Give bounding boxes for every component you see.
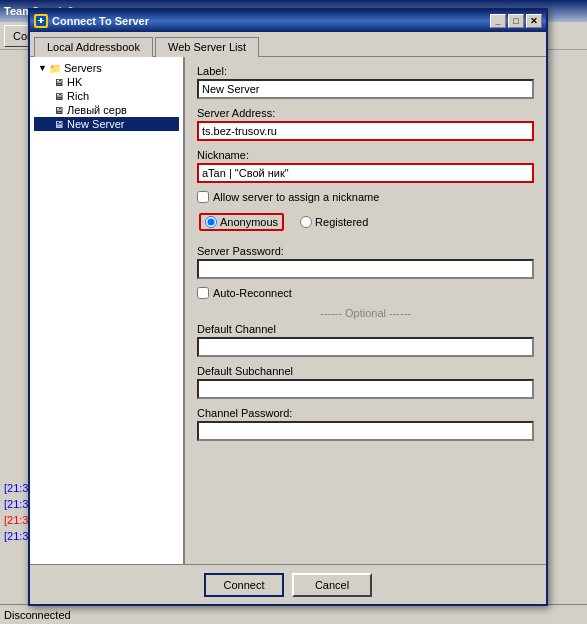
nickname-group: Nickname: [197,149,534,183]
tab-web-server-list[interactable]: Web Server List [155,37,259,57]
auto-reconnect-label: Auto-Reconnect [213,287,292,299]
status-bar: Disconnected [0,604,587,624]
label-field-label: Label: [197,65,534,77]
server-icon-hk: 🖥 [54,77,64,88]
anonymous-radio[interactable] [205,216,217,228]
default-channel-group: Default Channel [197,323,534,357]
server-password-label: Server Password: [197,245,534,257]
server-address-label: Server Address: [197,107,534,119]
tree-label-rich: Rich [67,90,89,102]
tab-local-addressbook[interactable]: Local Addressbook [34,37,153,57]
default-subchannel-label: Default Subchannel [197,365,534,377]
connect-button[interactable]: Connect [204,573,284,597]
registered-radio-label: Registered [315,216,368,228]
channel-password-label: Channel Password: [197,407,534,419]
tree-label-leviy: Левый серв [67,104,127,116]
server-tree: ▼ 📁 Servers 🖥 HK 🖥 Rich 🖥 Левый серв 🖥 N… [30,57,185,580]
radio-group: Anonymous Registered [197,211,534,233]
anonymous-radio-label: Anonymous [220,216,278,228]
server-icon-rich: 🖥 [54,91,64,102]
label-input[interactable] [197,79,534,99]
dialog-titlebar: Connect To Server _ □ ✕ [30,10,546,32]
server-password-group: Server Password: [197,245,534,279]
server-password-input[interactable] [197,259,534,279]
servers-folder-icon: 📁 [49,63,61,74]
dialog-title: Connect To Server [52,15,149,27]
auto-reconnect-row: Auto-Reconnect [197,287,534,299]
cancel-button[interactable]: Cancel [292,573,372,597]
dialog-footer: Connect Cancel [30,564,546,604]
title-buttons: _ □ ✕ [490,14,542,28]
tree-item-rich[interactable]: 🖥 Rich [34,89,179,103]
default-channel-input[interactable] [197,337,534,357]
nickname-label: Nickname: [197,149,534,161]
tree-label-new-server: New Server [67,118,124,130]
allow-nickname-checkbox[interactable] [197,191,209,203]
tree-item-leviy[interactable]: 🖥 Левый серв [34,103,179,117]
server-icon-new: 🖥 [54,119,64,130]
tree-item-hk[interactable]: 🖥 HK [34,75,179,89]
registered-radio-option[interactable]: Registered [300,216,368,228]
label-group: Label: [197,65,534,99]
svg-rect-2 [40,18,42,23]
allow-nickname-row: Allow server to assign a nickname [197,191,534,203]
maximize-button[interactable]: □ [508,14,524,28]
tree-item-new-server[interactable]: 🖥 New Server [34,117,179,131]
dialog-icon [34,14,48,28]
auto-reconnect-checkbox[interactable] [197,287,209,299]
form-panel: Label: Server Address: Nickname: Allow s… [185,57,546,580]
server-icon-leviy: 🖥 [54,105,64,116]
dialog-body: ▼ 📁 Servers 🖥 HK 🖥 Rich 🖥 Левый серв 🖥 N… [30,56,546,580]
registered-radio[interactable] [300,216,312,228]
channel-password-group: Channel Password: [197,407,534,441]
nickname-input[interactable] [197,163,534,183]
status-text: Disconnected [4,609,71,621]
server-address-group: Server Address: [197,107,534,141]
default-subchannel-group: Default Subchannel [197,365,534,399]
minimize-button[interactable]: _ [490,14,506,28]
close-button[interactable]: ✕ [526,14,542,28]
server-address-input[interactable] [197,121,534,141]
tabs-bar: Local Addressbook Web Server List [30,32,546,56]
default-channel-label: Default Channel [197,323,534,335]
tree-label-hk: HK [67,76,82,88]
tree-root[interactable]: ▼ 📁 Servers [34,61,179,75]
channel-password-input[interactable] [197,421,534,441]
expand-icon: ▼ [38,63,47,73]
default-subchannel-input[interactable] [197,379,534,399]
optional-divider: ------ Optional ------ [197,307,534,319]
anonymous-radio-option[interactable]: Anonymous [199,213,284,231]
dialog-title-left: Connect To Server [34,14,149,28]
allow-nickname-label: Allow server to assign a nickname [213,191,379,203]
connect-to-server-dialog: Connect To Server _ □ ✕ Local Addressboo… [28,8,548,606]
tree-root-label: Servers [64,62,102,74]
